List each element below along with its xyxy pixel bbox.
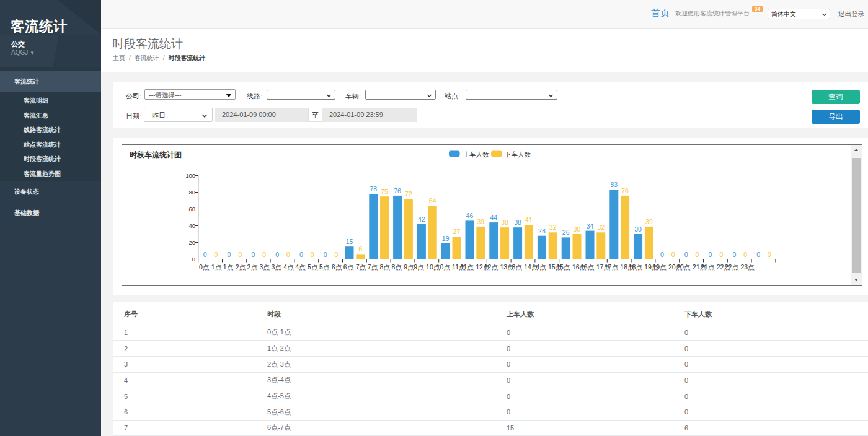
svg-text:32: 32 — [549, 224, 557, 231]
svg-text:0: 0 — [299, 250, 303, 258]
svg-text:0: 0 — [275, 250, 279, 258]
svg-text:39: 39 — [645, 217, 653, 225]
svg-text:30: 30 — [634, 225, 642, 233]
svg-text:83: 83 — [610, 181, 618, 188]
svg-text:8点-9点: 8点-9点 — [391, 263, 414, 271]
svg-text:75: 75 — [381, 188, 388, 195]
svg-text:0: 0 — [192, 256, 195, 263]
svg-text:0点-1点: 0点-1点 — [199, 263, 222, 271]
svg-text:0: 0 — [671, 250, 675, 258]
svg-text:41: 41 — [525, 216, 533, 224]
svg-text:26: 26 — [562, 229, 570, 236]
svg-text:0: 0 — [262, 250, 266, 258]
svg-text:6: 6 — [358, 245, 362, 253]
svg-text:38: 38 — [501, 219, 508, 226]
svg-text:0: 0 — [709, 250, 712, 258]
svg-text:22点-23点: 22点-23点 — [725, 263, 755, 271]
svg-text:0: 0 — [719, 250, 723, 258]
svg-text:28: 28 — [538, 227, 546, 234]
svg-text:0: 0 — [215, 250, 218, 258]
svg-text:7点-8点: 7点-8点 — [368, 263, 391, 271]
svg-text:38: 38 — [514, 219, 521, 226]
svg-text:上车人数: 上车人数 — [463, 150, 490, 158]
svg-text:2点-3点: 2点-3点 — [247, 263, 270, 271]
svg-text:3点-4点: 3点-4点 — [271, 263, 294, 271]
svg-text:0: 0 — [311, 250, 314, 258]
svg-text:0: 0 — [756, 250, 760, 258]
svg-text:0: 0 — [743, 250, 747, 258]
svg-text:44: 44 — [490, 214, 497, 221]
svg-text:32: 32 — [597, 224, 604, 231]
svg-text:0: 0 — [228, 250, 231, 258]
svg-text:76: 76 — [621, 186, 629, 194]
svg-text:34: 34 — [587, 222, 594, 229]
svg-text:20: 20 — [189, 239, 196, 246]
svg-text:时段车流统计图: 时段车流统计图 — [130, 150, 182, 159]
svg-text:78: 78 — [370, 185, 377, 193]
svg-text:0: 0 — [335, 250, 339, 258]
svg-text:72: 72 — [405, 190, 412, 198]
svg-text:76: 76 — [394, 186, 401, 194]
svg-text:30: 30 — [574, 225, 581, 233]
svg-text:15: 15 — [346, 238, 353, 245]
svg-text:4点-5点: 4点-5点 — [295, 263, 318, 271]
svg-text:0: 0 — [324, 250, 327, 258]
svg-text:19: 19 — [442, 234, 450, 242]
svg-text:0: 0 — [684, 250, 688, 258]
svg-text:0: 0 — [660, 250, 664, 258]
svg-text:100: 100 — [185, 172, 195, 179]
svg-text:0: 0 — [251, 250, 255, 258]
svg-text:64: 64 — [429, 197, 436, 204]
svg-text:0: 0 — [768, 250, 771, 258]
svg-text:40: 40 — [189, 222, 196, 229]
svg-text:0: 0 — [286, 250, 290, 258]
svg-text:0: 0 — [696, 250, 699, 258]
svg-text:0: 0 — [203, 250, 207, 258]
svg-text:下车人数: 下车人数 — [504, 150, 531, 158]
svg-text:0: 0 — [732, 250, 736, 258]
svg-text:5点-6点: 5点-6点 — [319, 263, 342, 271]
svg-text:6点-7点: 6点-7点 — [343, 263, 366, 271]
svg-text:46: 46 — [466, 212, 474, 219]
svg-text:1点-2点: 1点-2点 — [223, 263, 246, 271]
svg-text:39: 39 — [477, 217, 484, 225]
svg-text:60: 60 — [189, 206, 196, 212]
svg-text:0: 0 — [238, 250, 242, 258]
svg-text:80: 80 — [189, 189, 196, 196]
svg-text:27: 27 — [453, 228, 461, 235]
svg-text:42: 42 — [418, 215, 425, 222]
